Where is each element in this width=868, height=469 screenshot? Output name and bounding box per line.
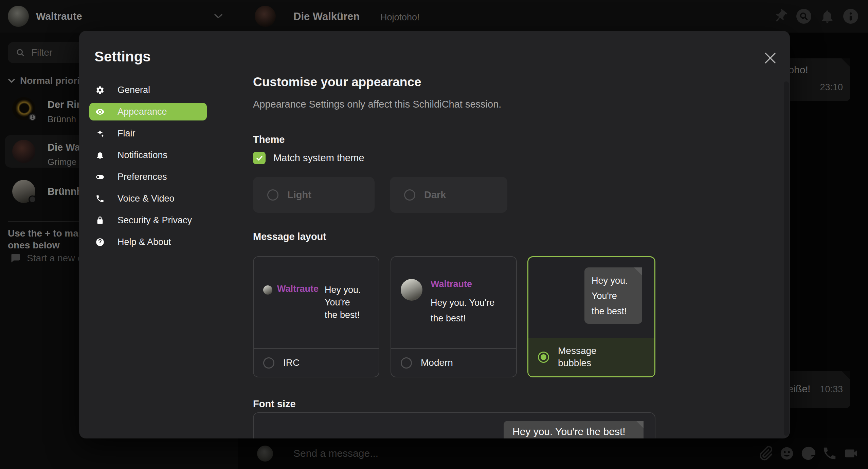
top-bar: Waltraute Die Walküren Hojotoho! <box>0 0 868 33</box>
nav-item-preferences[interactable]: Preferences <box>89 168 207 186</box>
nav-label: Help & About <box>117 237 171 247</box>
message-text: eiße! <box>788 383 811 395</box>
eye-icon <box>95 107 105 116</box>
match-system-theme-checkbox[interactable]: Match system theme <box>253 152 364 164</box>
start-chat-label: Start a new c <box>27 253 82 264</box>
nav-item-notifications[interactable]: Notifications <box>89 146 207 164</box>
layout-option-message-bubbles[interactable]: Hey you. You're the best! Message bubble… <box>527 256 655 377</box>
avatar <box>8 6 29 27</box>
account-menu[interactable]: Waltraute <box>8 6 82 27</box>
status-dot-badge <box>29 195 36 203</box>
check-icon <box>255 154 264 162</box>
info-icon[interactable] <box>843 8 858 24</box>
preview-bubble: Hey you. You're the best! <box>504 421 644 438</box>
nav-item-appearance[interactable]: Appearance <box>89 103 207 120</box>
layout-option-label: IRC <box>283 357 300 368</box>
layout-radio-row[interactable]: IRC <box>254 348 379 377</box>
sidebar-notice: Use the + to mak ones below <box>8 227 84 251</box>
attachment-icon[interactable] <box>758 446 773 461</box>
toggle-icon <box>95 172 105 182</box>
message-layout-heading: Message layout <box>253 231 326 242</box>
chevron-down-icon[interactable] <box>214 14 223 19</box>
checkbox-label: Match system theme <box>273 152 364 164</box>
nav-label: Appearance <box>117 107 167 117</box>
preview-message: Hey you. You're the best! <box>325 284 361 321</box>
settings-content: Customise your appearance Appearance Set… <box>253 31 655 438</box>
theme-heading: Theme <box>253 134 285 145</box>
video-call-icon[interactable] <box>843 446 859 461</box>
room-preview: Brünnh <box>48 114 76 125</box>
nav-item-security-privacy[interactable]: Security & Privacy <box>89 211 207 229</box>
room-title: Die Walküren <box>293 11 360 23</box>
content-heading: Customise your appearance <box>253 75 421 89</box>
question-icon <box>95 238 105 247</box>
nav-item-help-about[interactable]: Help & About <box>89 233 207 251</box>
nav-item-voice-video[interactable]: Voice & Video <box>89 190 207 207</box>
nav-label: Preferences <box>117 172 167 182</box>
avatar <box>401 279 422 301</box>
preview-bubble: Hey you. You're the best! <box>584 267 642 324</box>
section-label: Normal priorit <box>20 75 83 86</box>
section-normal-priority[interactable]: Normal priorit <box>8 75 83 86</box>
sticker-icon[interactable] <box>800 446 816 461</box>
avatar <box>263 285 272 295</box>
start-chat-button[interactable]: Start a new c <box>10 252 82 264</box>
emoji-icon[interactable] <box>779 446 795 461</box>
theme-option-label: Light <box>287 189 311 201</box>
voice-call-icon[interactable] <box>822 446 837 461</box>
nav-label: Notifications <box>117 150 167 161</box>
room-avatar[interactable] <box>255 6 276 27</box>
close-icon[interactable] <box>763 51 777 65</box>
preview-message: Hey you. You're the best! <box>512 426 626 437</box>
composer-input[interactable]: Send a message... <box>293 448 378 459</box>
nav-item-general[interactable]: General <box>89 81 207 99</box>
layout-radio-row[interactable]: Modern <box>391 348 516 377</box>
font-size-preview: Hey you. You're the best! <box>253 412 655 438</box>
layout-option-modern[interactable]: Waltraute Hey you. You're the best! Mode… <box>391 256 517 377</box>
globe-icon <box>30 114 35 120</box>
theme-option-label: Dark <box>424 189 446 201</box>
radio-unchecked <box>401 357 412 369</box>
search-icon[interactable] <box>796 8 812 24</box>
chevron-down-icon <box>8 79 15 83</box>
radio-unchecked <box>267 189 278 201</box>
message-timestamp: 23:10 <box>820 82 843 93</box>
layout-option-irc[interactable]: Waltraute Hey you. You're the best! IRC <box>253 256 379 377</box>
message-timestamp: 10:33 <box>820 384 843 395</box>
font-size-heading: Font size <box>253 398 296 410</box>
dialog-scrollbar[interactable] <box>784 81 789 436</box>
gear-icon <box>95 86 105 95</box>
modern-preview: Waltraute Hey you. You're the best! <box>391 257 516 348</box>
bell-icon[interactable] <box>819 8 835 24</box>
layout-radio-row[interactable]: Message bubbles <box>528 338 654 376</box>
nav-label: Voice & Video <box>117 193 175 204</box>
lock-icon <box>95 216 105 225</box>
theme-option-dark[interactable]: Dark <box>390 177 507 213</box>
chat-bubble-icon <box>10 252 21 264</box>
nav-label: Flair <box>117 128 135 139</box>
radio-unchecked <box>404 189 415 201</box>
filter-placeholder: Filter <box>31 47 52 58</box>
room-preview: Grimge <box>48 157 76 167</box>
settings-nav: General Appearance Flair Notifications P… <box>89 81 207 255</box>
room-name: Die Wa <box>48 142 80 153</box>
radio-unchecked <box>263 357 274 369</box>
content-subheading: Appearance Settings only affect this Sch… <box>253 99 501 110</box>
nav-item-flair[interactable]: Flair <box>89 125 207 142</box>
layout-option-label: Modern <box>421 357 453 368</box>
layout-option-label: Message bubbles <box>558 345 612 369</box>
filter-search-input[interactable]: Filter <box>8 42 90 63</box>
room-name: Brünnh <box>48 186 83 197</box>
search-icon <box>16 48 25 57</box>
irc-preview: Waltraute Hey you. You're the best! <box>254 257 379 348</box>
sender-name: Waltraute <box>431 279 494 289</box>
room-avatar <box>12 140 35 163</box>
room-name: Der Rin <box>48 99 83 110</box>
room-topic: Hojotoho! <box>380 12 420 23</box>
sender-name: Waltraute <box>277 284 319 321</box>
divider <box>8 221 83 222</box>
dialog-title: Settings <box>94 49 151 65</box>
message-composer: Send a message... <box>238 438 868 469</box>
theme-option-light[interactable]: Light <box>253 177 375 213</box>
pin-icon[interactable] <box>773 8 788 24</box>
